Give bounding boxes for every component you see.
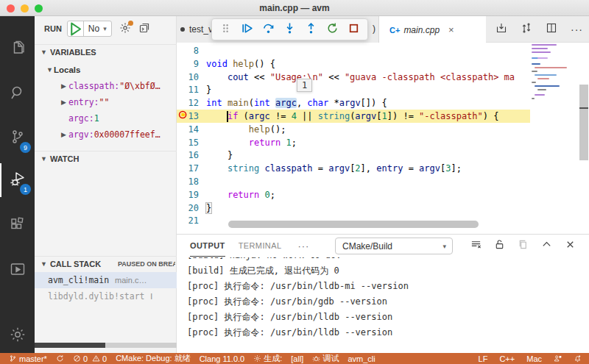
frame-location: main.c… <box>115 276 147 285</box>
status-item-left-8[interactable]: 调试 <box>312 353 339 364</box>
panel-actions <box>470 235 576 257</box>
chevron-down-icon: ▼ <box>40 155 47 163</box>
scope-label: Locals <box>54 65 80 74</box>
status-item-left-1[interactable] <box>56 354 64 363</box>
line-number: 11 <box>177 83 199 96</box>
minimap-line <box>532 51 551 53</box>
open-in-editor-icon[interactable] <box>518 239 529 253</box>
manage-button[interactable] <box>0 319 35 353</box>
tab-terminal[interactable]: TERMINAL <box>239 235 282 257</box>
minimap-line <box>535 74 557 76</box>
watch-section-header[interactable]: ▼ WATCH <box>35 151 177 165</box>
more-tabs-icon[interactable]: ··· <box>297 240 309 251</box>
debug-console-button[interactable] <box>138 22 150 36</box>
gripper-icon[interactable] <box>219 22 232 38</box>
bug-icon <box>312 354 320 363</box>
editor-vertical-scrollbar[interactable] <box>579 43 589 234</box>
activity-item-extensions[interactable] <box>0 210 35 243</box>
code-line-17[interactable]: 17 string classpath = argv[2], entry = a… <box>177 162 530 175</box>
code-editor[interactable]: 89void help() {10 cout << "Usage:\n" << … <box>177 43 589 234</box>
variable-row[interactable]: ▶argv: 0x00007ffeef… <box>35 126 177 143</box>
restart-icon[interactable] <box>326 22 339 38</box>
status-item-left-4[interactable]: CMake: Debug: 就绪 <box>116 353 190 364</box>
more-actions-icon[interactable]: ··· <box>571 24 583 35</box>
variables-section-header[interactable]: ▼ VARIABLES <box>35 44 177 59</box>
activity-item-search[interactable] <box>0 77 35 111</box>
scrollbar-slider[interactable] <box>35 343 105 348</box>
maximize-panel-icon[interactable] <box>541 239 552 253</box>
status-item-right-1[interactable]: C++ <box>499 354 515 363</box>
launch-config-dropdown[interactable]: No ▾ <box>84 24 111 34</box>
chevron-right-icon: ▶ <box>61 99 68 106</box>
zoom-window-button[interactable] <box>35 4 43 13</box>
tab-main-cpp[interactable]: C+ main.cpp × <box>379 16 486 43</box>
code-line-14[interactable]: 14 help(); <box>177 123 530 136</box>
stop-icon[interactable] <box>348 22 360 38</box>
minimize-window-button[interactable] <box>21 4 29 13</box>
code-line-13[interactable]: 13 if (argc != 4 || string(argv[1]) != "… <box>177 110 530 123</box>
code-line-11[interactable]: 11} <box>177 83 530 96</box>
status-item-left-3[interactable]: 0 <box>92 354 107 363</box>
code-line-18[interactable]: 18 <box>177 175 530 188</box>
output-channel-dropdown[interactable]: CMake/Build ▾ <box>335 238 453 254</box>
code-line-8[interactable]: 8 <box>177 44 530 57</box>
code-line-12[interactable]: 12int main(int argc, char *argv[]) { <box>177 96 530 110</box>
status-item-right-2[interactable]: Mac <box>526 354 542 363</box>
status-item-left-7[interactable]: [all] <box>291 354 303 363</box>
close-window-button[interactable] <box>7 4 15 13</box>
step-into-icon[interactable] <box>283 22 296 38</box>
configure-launch-button[interactable] <box>119 22 131 36</box>
status-item-right-4[interactable] <box>574 354 582 363</box>
code-line-20[interactable]: 20} <box>177 201 530 215</box>
scrollbar-slider[interactable] <box>579 85 588 160</box>
variable-row[interactable]: ▶entry: "" <box>35 94 177 110</box>
variable-row[interactable]: argc: 1 <box>35 110 177 126</box>
warning-icon <box>92 354 100 363</box>
stack-frame-row[interactable]: avm_cli!mainmain.c… <box>35 272 177 288</box>
step-over-icon[interactable] <box>262 22 275 38</box>
status-item-left-5[interactable]: Clang 11.0.0 <box>200 354 245 363</box>
continue-icon[interactable] <box>241 22 253 38</box>
status-item-right-0[interactable]: LF <box>479 354 488 363</box>
minimap-line <box>537 89 546 90</box>
switch-header-source-icon[interactable] <box>521 22 532 37</box>
code-line-19[interactable]: 19 return 0; <box>177 188 530 201</box>
step-out-icon[interactable] <box>305 22 317 38</box>
status-item-left-6[interactable]: 生成: <box>253 353 282 364</box>
install-icon[interactable] <box>495 22 507 37</box>
code-line-10[interactable]: 10 cout << "Usage:\n" << "guava -classpa… <box>177 71 530 84</box>
status-item-left-0[interactable]: master* <box>9 354 47 363</box>
code-line-16[interactable]: 16 } <box>177 149 530 162</box>
editor-horizontal-scrollbar[interactable] <box>228 221 479 228</box>
sidebar-horizontal-scrollbar[interactable] <box>35 343 177 348</box>
branch-icon <box>9 354 17 363</box>
activity-item-cmake[interactable] <box>0 254 35 288</box>
status-text: master* <box>19 354 47 363</box>
status-item-left-2[interactable]: 0 <box>73 354 88 363</box>
code-line-15[interactable]: 15 return 1; <box>177 136 530 149</box>
current-line-marker <box>579 107 588 109</box>
status-item-right-3[interactable] <box>554 354 562 363</box>
clear-output-icon[interactable] <box>470 239 482 253</box>
activity-item-explorer[interactable] <box>0 33 35 67</box>
close-panel-icon[interactable] <box>565 239 576 253</box>
tab-output[interactable]: OUTPUT <box>190 235 225 257</box>
minimap[interactable] <box>530 43 579 234</box>
call-stack-section-header[interactable]: ▼ CALL STACK PAUSED ON BREAKPOINT <box>35 256 177 271</box>
variable-row[interactable]: ▶classpath: "Ø\xbfØ… <box>35 78 177 94</box>
stack-frame-row[interactable]: libdyld.dylib!startl <box>35 288 177 304</box>
code-text: int main(int argc, char *argv[]) { <box>206 96 387 110</box>
code-line-9[interactable]: 9void help() { <box>177 57 530 71</box>
status-item-left-9[interactable]: avm_cli <box>348 354 375 363</box>
unlock-icon[interactable] <box>494 239 505 253</box>
locals-scope[interactable]: ▼ Locals <box>35 62 177 78</box>
close-tab-button[interactable]: × <box>448 24 454 35</box>
activity-item-source-control[interactable]: 9 <box>0 121 35 155</box>
split-editor-icon[interactable] <box>546 22 557 37</box>
window-title: main.cpp — avm <box>259 3 329 13</box>
line-number: 13 <box>177 110 199 123</box>
output-log[interactable]: [build] ninja: no work to do.[build] 生成已… <box>177 257 589 354</box>
launch-config-value: No <box>88 24 99 34</box>
start-debugging-button[interactable] <box>68 21 84 37</box>
activity-item-run-debug[interactable]: 1 <box>0 163 35 197</box>
